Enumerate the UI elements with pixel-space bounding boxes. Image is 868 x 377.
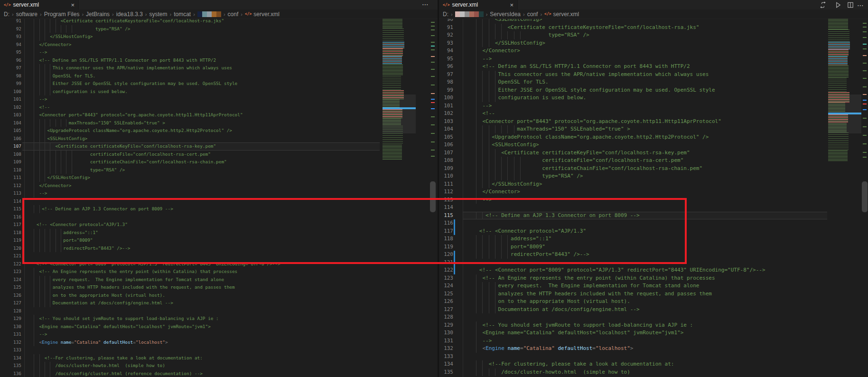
line-number: 129 <box>0 315 21 323</box>
line-number: 99 <box>0 80 21 88</box>
close-tab-icon[interactable]: × <box>510 1 513 9</box>
breadcrumb-item[interactable]: D: <box>443 11 448 18</box>
minimap-slider[interactable] <box>828 94 861 133</box>
line-number: 127 <box>439 306 453 314</box>
more-actions-icon[interactable]: ⋯ <box>857 1 865 9</box>
code-line: --> <box>28 95 47 104</box>
minimap[interactable] <box>383 65 403 76</box>
line-number: 108 <box>0 151 21 159</box>
line-number: 128 <box>0 307 21 315</box>
run-icon[interactable] <box>834 1 842 9</box>
line-number: 114 <box>0 198 21 206</box>
vertical-scrollbar[interactable] <box>862 181 868 212</box>
line-number: 112 <box>0 182 21 190</box>
minimap[interactable] <box>383 19 402 28</box>
minimap[interactable] <box>828 151 848 162</box>
overview-ruler-mark <box>431 35 435 36</box>
overview-ruler-mark <box>431 76 435 77</box>
breadcrumb-item[interactable]: server.xml <box>253 11 280 18</box>
code-line: <Certificate certificateKeystoreFile="co… <box>28 19 224 25</box>
line-number: 111 <box>0 174 21 182</box>
line-number: 108 <box>439 157 453 165</box>
code-line: </Connector> <box>28 41 71 49</box>
minimap[interactable] <box>383 145 402 160</box>
minimap[interactable] <box>383 76 401 90</box>
breadcrumb-item[interactable]: system <box>149 11 168 18</box>
overview-ruler-mark <box>863 27 867 28</box>
tab-label: server.xml <box>13 1 68 8</box>
overview-ruler-mark <box>431 85 435 85</box>
minimap[interactable] <box>828 132 849 151</box>
line-number: 113 <box>439 196 453 204</box>
minimap[interactable] <box>383 42 404 48</box>
breadcrumb-item[interactable]: software <box>16 11 37 18</box>
toggle-editor-layout-icon[interactable] <box>819 1 827 9</box>
code-line: type="RSA" /> <box>470 31 589 39</box>
breadcrumb-item[interactable]: tomcat <box>174 11 191 18</box>
line-number: 115 <box>439 212 453 220</box>
overview-ruler-mark <box>863 157 867 158</box>
code-line: <SSLHostConfig> <box>470 141 539 149</box>
overview-ruler-mark <box>431 99 435 100</box>
code-line: <!-- <box>470 110 495 118</box>
minimap[interactable] <box>828 49 849 56</box>
line-number: 100 <box>0 88 21 96</box>
minimap[interactable] <box>828 56 848 66</box>
minimap[interactable] <box>828 78 847 92</box>
line-number: 95 <box>439 55 453 63</box>
breadcrumb-item[interactable]: server.xml <box>553 11 579 18</box>
xml-file-icon: </> <box>443 3 449 7</box>
code-line: <Engine name="Catalina" defaultHost="loc… <box>470 345 633 353</box>
xml-file-icon: </> <box>245 12 252 16</box>
line-number: 124 <box>439 282 453 290</box>
line-number: 111 <box>439 180 453 188</box>
tab-server-xml-left[interactable]: </> server.xml × <box>0 0 79 9</box>
line-number: 97 <box>439 71 453 79</box>
minimap[interactable] <box>383 56 402 65</box>
code-line: <Connector port="8443" protocol="org.apa… <box>470 118 721 126</box>
breadcrumb-item[interactable]: conf <box>527 11 538 18</box>
line-number: 126 <box>439 298 453 306</box>
more-tabs-icon[interactable]: ⋯ <box>422 0 429 9</box>
code-line: maxThreads="150" SSLEnabled="true" > <box>28 119 165 127</box>
breadcrumb-item[interactable]: Program Files <box>44 11 80 18</box>
breadcrumb-item[interactable]: D: <box>4 11 9 18</box>
breadcrumb-item[interactable]: JetBrains <box>86 11 110 18</box>
editor-right[interactable]: 90 <SSLHostConfig>91 <Certificate certif… <box>439 19 868 377</box>
vertical-scrollbar[interactable] <box>430 181 436 212</box>
gutter-border <box>24 19 25 377</box>
breadcrumb-item[interactable]: conf <box>228 11 239 18</box>
code-line: <!--For clustering, please take a look a… <box>28 354 203 362</box>
split-editor-icon[interactable] <box>847 1 854 9</box>
tab-server-xml-right[interactable]: </> server.xml × <box>439 0 518 9</box>
code-line: Documentation at /docs/config/engine.htm… <box>470 306 640 314</box>
overview-ruler-mark <box>431 29 435 30</box>
line-number: 117 <box>0 221 21 229</box>
xml-file-icon: </> <box>544 12 551 16</box>
code-line: <!-- Define an SSL/TLS HTTP/1.1 Connecto… <box>470 63 690 71</box>
minimap[interactable] <box>383 48 403 56</box>
line-number: 106 <box>0 135 21 143</box>
overview-ruler-mark <box>431 156 435 157</box>
editor-left[interactable]: 91 <Certificate certificateKeystoreFile=… <box>0 19 438 377</box>
minimap[interactable] <box>828 19 848 29</box>
code-line: analyzes the HTTP headers included with … <box>28 283 235 292</box>
breadcrumb-item[interactable]: idea18.3.3 <box>116 11 143 18</box>
breadcrumb-right: D:››ServersIdea›conf›</>server.xml <box>439 9 868 19</box>
minimap-slider[interactable] <box>383 94 416 133</box>
breadcrumb-separator-icon: › <box>523 11 525 17</box>
line-number: 105 <box>0 127 21 135</box>
minimap[interactable] <box>383 28 404 42</box>
overview-ruler-mark <box>863 109 867 110</box>
overview-ruler-mark <box>431 26 435 27</box>
minimap[interactable] <box>828 66 849 78</box>
breadcrumb-item[interactable]: ServersIdea <box>490 11 521 18</box>
line-number: 92 <box>0 25 21 33</box>
minimap[interactable] <box>828 29 849 42</box>
code-line: </SSLHostConfig> <box>470 180 542 188</box>
code-line: </Connector> <box>28 182 71 190</box>
breadcrumb-separator-icon: › <box>540 11 542 17</box>
close-tab-icon[interactable]: × <box>71 1 75 9</box>
modified-lines-indicator <box>454 219 455 235</box>
minimap[interactable] <box>828 42 850 49</box>
